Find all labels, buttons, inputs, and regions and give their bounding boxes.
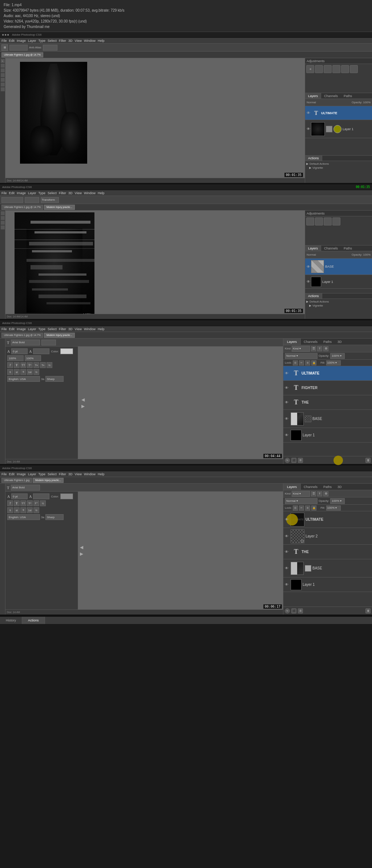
layer-ultimate-3[interactable]: 👁 T ULTIMATE: [283, 366, 372, 381]
history-tab[interactable]: History: [0, 617, 22, 624]
os-bar-4: Adobe Photoshop CS6: [0, 465, 372, 471]
tab-strip-2: Ultimate Fighters 1.jpg @ 14.7% Modern I…: [0, 204, 372, 211]
right-panel-1: Adjustments ☀ Layers Channels Paths: [305, 58, 372, 183]
layers-list-2: 👁 BASE 👁 Layer 1: [305, 259, 372, 293]
status-bar-4: Doc: 14.4M: [5, 609, 283, 615]
file-info-line2: Size: 43079947 bytes (41.08 MiB), durati…: [4, 8, 368, 13]
char-panel-3: A 0 pt A Color: 100% 100%: [5, 347, 78, 459]
layer-fighter-3[interactable]: 👁 T FIGHTER: [283, 381, 372, 395]
timestamp-3: 00:04:44: [263, 454, 282, 458]
timestamp-2: 00:01:35: [284, 309, 303, 313]
layers-list-1: 👁 T ULTIMATE 👁 Layer 1: [305, 106, 372, 155]
workspace-4: ◀ ▶: [78, 492, 283, 609]
layer-the-3[interactable]: 👁 T THE: [283, 395, 372, 410]
tab-strip-4: Ultimate Fighters 1.jpg Modern Injury pr…: [0, 477, 372, 484]
layer-item-ultimate-1[interactable]: 👁 T ULTIMATE: [305, 106, 372, 120]
layer-base-4[interactable]: 👁 BASE: [283, 559, 372, 577]
workspace-3: ◀ ▶: [78, 347, 283, 459]
layer-item-bg-1[interactable]: 👁 Layer 1: [305, 120, 372, 138]
tab-strip-1: Ultimate Fighters 1.jpg @ 14.7%: [0, 52, 372, 58]
status-bar-3: Doc: 14.4M: [5, 459, 283, 464]
layers-list-3: 👁 T ULTIMATE 👁 T FIGHTER 👁 T THE: [283, 366, 372, 456]
layers-list-4: 👁 ULTIMATE ULTIMATE 👁 Layer 2: [283, 511, 372, 607]
os-bar-1: ■ ■ ■ Adobe Photoshop CS6: [0, 32, 372, 38]
history-actions-bar: History Actions: [0, 616, 372, 624]
doc-tab-1[interactable]: Ultimate Fighters 1.jpg @ 14.7%: [1, 52, 43, 57]
ps-menu-1: File Edit Image Layer Type Select Filter…: [0, 38, 372, 44]
tab-strip-3: Ultimate Fighters 1.jpg @ 14.7% Modern I…: [0, 332, 372, 339]
layer-2-4[interactable]: 👁 Layer 2: [283, 528, 372, 545]
layer-item-layer1-2[interactable]: 👁 Layer 1: [305, 275, 372, 289]
canvas-area-2: 1:138% Doc: 14.4M/14.4M: [5, 211, 305, 319]
ps-options-bar-2: Transform: [0, 196, 372, 204]
status-bar-2: Doc: 14.4M/14.4M: [5, 314, 305, 319]
glitch-canvas: 1:138%: [15, 212, 94, 318]
timestamp-1: 00:01:35: [284, 173, 303, 177]
os-bar-3: Adobe Photoshop CS6: [0, 320, 372, 326]
layer-1-4[interactable]: 👁 Layer 1: [283, 577, 372, 592]
cursor-olive-3: [333, 456, 343, 465]
type-options-3: T Arial Bold: [5, 339, 283, 347]
char-panel-4: A 0 pt A Color: T T TT Tᵃ 1ˢᵗ: [5, 492, 78, 609]
ps-menu-2: File Edit Image Layer Type Select Filter…: [0, 190, 372, 196]
video-frame-3: Adobe Photoshop CS6 FileEditImageLayerTy…: [0, 320, 372, 464]
layer-base-3[interactable]: 👁 BASE: [283, 410, 372, 428]
canvas-area-1: Doc: 14.4M/14.4M: [5, 58, 305, 183]
right-panel-2: Adjustments Layers Channels Paths Normal…: [305, 211, 372, 319]
ps-tools-1: ↖: [0, 58, 5, 183]
file-info-line5: Generated by Thumbnail me: [4, 24, 368, 29]
video-frame-1: ■ ■ ■ Adobe Photoshop CS6 File Edit Imag…: [0, 32, 372, 183]
canvas-image-1: [20, 62, 87, 164]
file-info-line1: File: 1.mp4: [4, 2, 368, 8]
layers-footer-3: fx ⬛ ☰ 🗑: [283, 456, 372, 464]
layer-ultimate-4[interactable]: 👁 ULTIMATE ULTIMATE: [283, 511, 372, 528]
ps-tools-2: [0, 211, 5, 319]
video-frame-2: Adobe Photoshop CS6 00:01:35 File Edit I…: [0, 184, 372, 319]
status-bar-1: Doc: 14.4M/14.4M: [5, 178, 305, 183]
layer-item-grid-2[interactable]: 👁 BASE: [305, 259, 372, 275]
video-frame-4: Adobe Photoshop CS6 FileEditImageLayerTy…: [0, 465, 372, 615]
actions-tab[interactable]: Actions: [22, 617, 45, 624]
file-info-section: File: 1.mp4 Size: 43079947 bytes (41.08 …: [0, 0, 372, 32]
layer-1-3[interactable]: 👁 Layer 1: [283, 428, 372, 443]
file-info-line3: Audio: aac, 44100 Hz, stereo (und): [4, 13, 368, 19]
timestamp-4: 00:06:17: [263, 604, 282, 609]
file-info-line4: Video: h264, yuv420p, 1280x720, 30.00 fp…: [4, 19, 368, 24]
layer-the-4[interactable]: 👁 T THE: [283, 545, 372, 559]
ps-menu-4: FileEditImageLayerTypeSelectFilter3DView…: [0, 471, 372, 477]
ps-options-bar-1: ⊞ Anti-Alias: [0, 44, 372, 52]
ps-menu-3: FileEditImageLayerTypeSelectFilter3DView…: [0, 326, 372, 332]
layers-footer-4: fx ⬛ ☰ 🗑: [283, 607, 372, 615]
layers-panel-4: Layers Channels Paths 3D Kind Kind ▾ ☰ T…: [283, 484, 372, 615]
os-bar-2: Adobe Photoshop CS6 00:01:35: [0, 184, 372, 190]
layers-panel-3: Layers Channels Paths 3D Kind Kind ▾ ☰ T…: [283, 339, 372, 464]
